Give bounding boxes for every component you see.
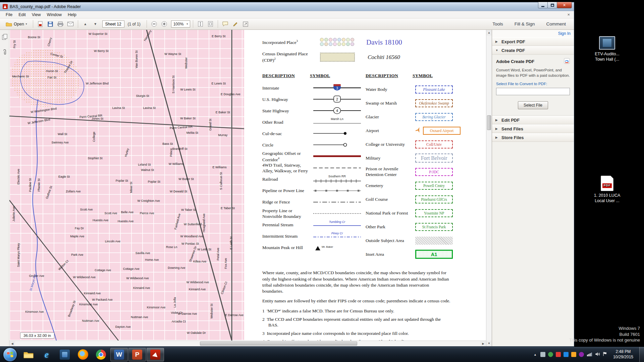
document-size-indicator: 36.03 x 32.00 in	[20, 333, 54, 339]
maximize-button[interactable]	[547, 2, 557, 8]
tray-icon-6[interactable]	[579, 352, 584, 357]
document-close-icon[interactable]: ×	[563, 12, 574, 17]
legend-symbol-perennial: Tumbling Cr	[312, 220, 363, 231]
start-button[interactable]	[3, 348, 17, 361]
desktop: BAS_county_map.pdf - Adobe Reader × File…	[0, 0, 644, 362]
street-label: Poplar St	[148, 180, 160, 183]
open-button[interactable]: Open ▾	[3, 20, 30, 28]
document-area[interactable]: Boone StFry StCherryW Superior StHarmony…	[9, 30, 486, 346]
legend-row-golf: Golf CoursePinehurst GlfCrs	[366, 192, 480, 206]
horizontal-scroll-thumb[interactable]	[200, 342, 357, 346]
menu-window[interactable]: Window	[44, 12, 65, 18]
create-pdf-icon[interactable]	[36, 20, 45, 28]
street-label: Guthrie St	[45, 185, 53, 199]
incorporated-place-swatch	[333, 42, 337, 46]
incorporated-place-swatch	[346, 42, 350, 46]
legend-row-prison: Prison or Juvenile Detention CenterP/JDC	[366, 165, 480, 179]
street-label: Huestis Ave	[93, 219, 108, 222]
street-label: W Creighton Ave	[137, 199, 160, 202]
taskbar-clock[interactable]: 2:48 PM 10/29/2015	[610, 349, 637, 360]
taskbar-internet-explorer[interactable]: e	[38, 348, 55, 361]
menu-file[interactable]: File	[3, 12, 15, 18]
panel-section-export-pdf[interactable]: ▶ Export PDF	[492, 37, 574, 46]
scroll-down-icon[interactable]: ▼	[486, 341, 492, 346]
tray-icon-5[interactable]	[571, 352, 576, 357]
minimize-button[interactable]	[538, 2, 548, 8]
scroll-left-icon[interactable]: ◀	[9, 341, 15, 346]
taskbar-app-blue[interactable]	[56, 348, 73, 361]
incorporated-place-swatch	[337, 38, 341, 42]
legend-box-outside	[415, 237, 453, 245]
taskbar-powerpoint[interactable]: P	[128, 348, 146, 361]
close-button[interactable]: ×	[557, 2, 572, 8]
incorporated-place-swatch	[329, 42, 332, 46]
menu-view[interactable]: View	[29, 12, 44, 18]
street-label: Van Buren St	[135, 51, 138, 68]
taskbar-adobe-reader[interactable]	[147, 348, 164, 361]
panel-section-store-files[interactable]: ▶ Store Files	[492, 133, 574, 142]
tab-comment[interactable]: Comment	[546, 21, 566, 26]
legend-symbol-offset	[312, 151, 363, 162]
tray-icon-2[interactable]	[548, 352, 553, 357]
fullscreen-icon[interactable]	[241, 20, 250, 28]
convert-file-input[interactable]	[496, 88, 570, 95]
svg-text:Southern RR: Southern RR	[328, 175, 346, 178]
svg-text:2: 2	[336, 97, 338, 101]
vertical-scrollbar[interactable]: ▲ ▼	[486, 30, 492, 346]
desktop-icon-etv-video[interactable]: ETV-Audito... Town Hall (...	[586, 36, 628, 62]
vertical-scroll-thumb[interactable]	[487, 115, 491, 130]
print-icon[interactable]	[56, 20, 65, 28]
save-icon[interactable]	[46, 20, 55, 28]
tab-tools[interactable]: Tools	[492, 21, 503, 26]
tray-icon-1[interactable]	[540, 352, 545, 357]
title-bar[interactable]: BAS_county_map.pdf - Adobe Reader ×	[0, 2, 574, 11]
tab-fill-sign[interactable]: Fill & Sign	[515, 21, 535, 26]
show-hidden-icons[interactable]: ▲	[533, 353, 538, 356]
desktop-icon-luca-pdf[interactable]: PDF 1. 2010 LUCA Local User ...	[586, 176, 628, 204]
street-label: Penn Central RR	[170, 125, 193, 130]
previous-page-icon[interactable]: ▲	[81, 20, 90, 28]
volume-icon[interactable]	[595, 352, 600, 358]
menu-edit[interactable]: Edit	[15, 12, 29, 18]
incorporated-place-swatch	[351, 38, 354, 42]
legend-symbol-circle	[312, 139, 363, 151]
zoom-level-select[interactable]: 100% ▾	[171, 20, 191, 27]
taskbar-chrome[interactable]	[92, 348, 110, 361]
zoom-out-icon[interactable]	[150, 20, 159, 28]
fit-page-icon[interactable]	[206, 20, 215, 28]
sign-pen-icon[interactable]	[231, 20, 240, 28]
street-label: W Lewis St	[180, 88, 195, 91]
street-label: Wall St	[58, 132, 67, 136]
email-icon[interactable]	[66, 20, 75, 28]
legend-box-npark: Yosemite NP	[415, 209, 453, 217]
taskbar-windows-explorer[interactable]	[20, 348, 37, 361]
panel-section-create-pdf[interactable]: ▼ Create PDF	[492, 46, 574, 55]
scroll-mode-icon[interactable]	[196, 20, 205, 28]
attachments-icon[interactable]	[2, 49, 7, 57]
next-page-icon[interactable]: ▼	[91, 20, 100, 28]
panel-section-edit-pdf[interactable]: ▶ Edit PDF	[492, 116, 574, 124]
sign-in-link[interactable]: Sign In	[558, 31, 571, 36]
chevron-right-icon: ▶	[495, 118, 499, 122]
street-label: Center St	[50, 52, 63, 59]
show-desktop-button[interactable]	[639, 347, 644, 362]
panel-section-send-files[interactable]: ▶ Send Files	[492, 124, 574, 133]
menu-help[interactable]: Help	[65, 12, 79, 18]
legend-symbol-interstate: 3	[312, 82, 363, 94]
scroll-right-icon[interactable]: ▶	[480, 341, 486, 346]
page-thumbnails-icon[interactable]	[2, 34, 7, 41]
action-center-flag-icon[interactable]	[603, 352, 607, 358]
comment-bubble-icon[interactable]	[221, 20, 230, 28]
page-number-input[interactable]	[102, 20, 124, 27]
legend-footnotes: 1 'MCD*' indicates a false MCD. These ar…	[262, 308, 486, 341]
tray-icon-3[interactable]	[556, 352, 561, 357]
tray-icon-4[interactable]	[564, 352, 569, 357]
zoom-in-icon[interactable]	[160, 20, 169, 28]
page-count-label: (1 of 1)	[128, 22, 141, 26]
scroll-up-icon[interactable]: ▲	[486, 30, 492, 36]
select-file-button[interactable]: Select File	[518, 101, 548, 109]
taskbar-word[interactable]: W	[110, 348, 128, 361]
taskbar-firefox[interactable]	[74, 348, 92, 361]
network-icon[interactable]	[587, 352, 592, 358]
horizontal-scrollbar[interactable]: ◀ ▶	[9, 341, 486, 346]
